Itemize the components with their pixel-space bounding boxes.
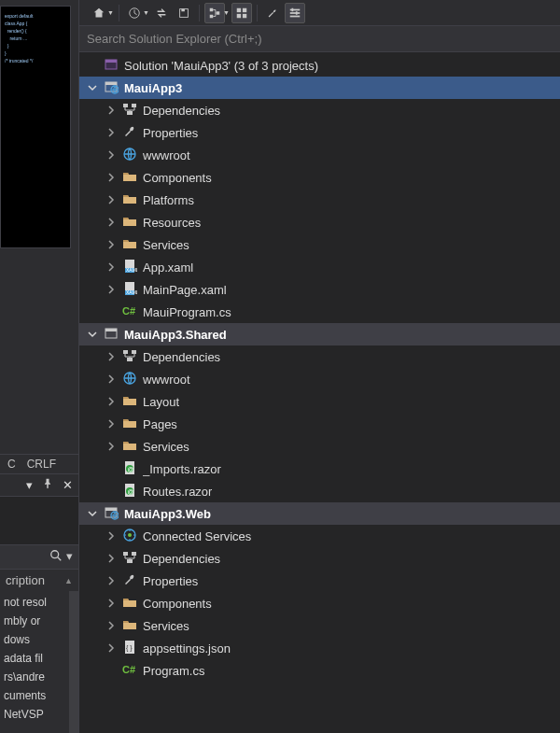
tree-item[interactable]: Components (79, 592, 560, 614)
tree-item[interactable]: Components (79, 166, 560, 189)
dropdown-caret-icon[interactable]: ▼ (143, 9, 149, 16)
chevron-down-icon[interactable] (87, 508, 98, 519)
svg-rect-52 (127, 559, 133, 563)
tree-item[interactable]: wwwroot (79, 368, 560, 390)
chevron-right-icon[interactable] (105, 553, 117, 564)
tree-node-label: Services (143, 619, 189, 633)
tree-item[interactable]: C#Program.cs (79, 659, 560, 682)
chevron-right-icon[interactable] (105, 642, 117, 654)
chevron-up-icon: ▲ (64, 576, 73, 585)
tree-node-label: Routes.razor (143, 485, 212, 499)
svg-rect-20 (105, 82, 117, 85)
svg-text:XAML: XAML (126, 267, 137, 273)
tree-item[interactable]: { }appsettings.json (79, 637, 560, 659)
history-icon[interactable] (124, 3, 145, 23)
close-icon[interactable]: ✕ (63, 478, 73, 492)
dropdown-caret-icon[interactable]: ▾ (26, 478, 33, 492)
chevron-right-icon[interactable] (105, 261, 117, 273)
solution-tree[interactable]: Solution 'MauiApp3' (3 of 3 projects)Mau… (79, 52, 560, 733)
tool-window-search[interactable]: ▾ (0, 544, 78, 569)
solution-root[interactable]: Solution 'MauiApp3' (3 of 3 projects) (79, 54, 560, 77)
chevron-right-icon[interactable] (105, 374, 117, 385)
solution-explorer-search[interactable] (79, 26, 560, 52)
folder-icon (122, 394, 137, 409)
properties-icon[interactable] (285, 3, 305, 23)
chevron-right-icon[interactable] (105, 351, 117, 362)
tree-item[interactable]: Properties (79, 570, 560, 592)
tree-item[interactable]: Platforms (79, 189, 560, 211)
error-line: not resol (0, 593, 69, 612)
svg-point-0 (51, 551, 59, 558)
dropdown-caret-icon[interactable]: ▼ (223, 9, 230, 16)
tree-item[interactable]: Pages (79, 413, 560, 435)
tree-item[interactable]: XAMLMainPage.xaml (79, 278, 560, 301)
svg-rect-8 (237, 7, 241, 11)
save-all-icon[interactable] (174, 3, 194, 23)
tree-node-label: MauiApp3 (124, 81, 182, 95)
svg-rect-35 (123, 350, 128, 354)
search-icon[interactable] (49, 549, 63, 565)
project-node[interactable]: MauiApp3.Web (79, 502, 560, 525)
chevron-right-icon[interactable] (105, 418, 117, 430)
chevron-right-icon[interactable] (105, 620, 117, 631)
column-header-description[interactable]: cription ▲ (0, 569, 78, 591)
chevron-right-icon[interactable] (105, 441, 117, 452)
dropdown-caret-icon[interactable]: ▼ (107, 9, 114, 16)
json-icon: { } (122, 641, 137, 655)
project-node[interactable]: MauiApp3 (79, 77, 560, 99)
chevron-right-icon[interactable] (105, 530, 117, 542)
pin-icon[interactable] (42, 478, 53, 492)
twisty-none (105, 665, 117, 676)
tree-item[interactable]: Services (79, 614, 560, 637)
status-encoding[interactable]: C (4, 457, 20, 472)
twisty-none (105, 486, 117, 497)
status-line-ending[interactable]: CRLF (23, 457, 60, 472)
home-icon[interactable] (89, 3, 109, 23)
tree-item[interactable]: Properties (79, 121, 560, 144)
chevron-right-icon[interactable] (105, 149, 117, 161)
tree-item[interactable]: Dependencies (79, 345, 560, 368)
chevron-right-icon[interactable] (105, 194, 117, 205)
tree-node-label: wwwroot (143, 373, 190, 387)
chevron-right-icon[interactable] (105, 598, 117, 609)
chevron-right-icon[interactable] (105, 217, 117, 228)
collapse-icon[interactable] (231, 3, 252, 23)
wrench-icon[interactable] (262, 3, 283, 23)
svg-rect-51 (132, 552, 136, 556)
error-line: rs\andre (0, 668, 69, 686)
tree-item[interactable]: Dependencies (79, 99, 560, 121)
tree-item[interactable]: @_Imports.razor (79, 458, 560, 480)
chevron-down-icon[interactable]: ▾ (66, 549, 73, 565)
tree-item[interactable]: Services (79, 233, 560, 256)
tree-item[interactable]: wwwroot (79, 144, 560, 166)
svg-line-1 (58, 557, 62, 561)
tree-item[interactable]: @Routes.razor (79, 480, 560, 502)
chevron-right-icon[interactable] (105, 127, 117, 138)
folder-icon (122, 170, 137, 185)
tree-item[interactable]: C#MauiProgram.cs (79, 301, 560, 323)
tree-item[interactable]: Layout (79, 390, 560, 413)
tree-item[interactable]: Connected Services (79, 525, 560, 547)
tree-item[interactable]: Resources (79, 211, 560, 233)
chevron-down-icon[interactable] (87, 329, 98, 340)
sync-icon[interactable] (151, 3, 172, 23)
tree-item[interactable]: XAMLApp.xaml (79, 256, 560, 278)
chevron-right-icon[interactable] (105, 575, 117, 586)
chevron-right-icon[interactable] (105, 396, 117, 407)
tree-node-label: Layout (143, 395, 179, 409)
tree-item[interactable]: Services (79, 435, 560, 458)
tree-view-icon[interactable] (204, 3, 225, 23)
tree-item[interactable]: Dependencies (79, 547, 560, 570)
svg-rect-14 (290, 15, 301, 17)
chevron-right-icon[interactable] (105, 239, 117, 250)
chevron-right-icon[interactable] (105, 105, 117, 116)
search-input[interactable] (85, 31, 554, 47)
cs-icon: C# (122, 663, 137, 678)
chevron-down-icon[interactable] (87, 82, 98, 93)
svg-text:{ }: { } (126, 644, 133, 652)
chevron-right-icon[interactable] (105, 284, 117, 295)
tree-node-label: Platforms (143, 193, 194, 207)
tree-node-label: Components (143, 171, 212, 185)
chevron-right-icon[interactable] (105, 172, 117, 183)
project-node[interactable]: MauiApp3.Shared (79, 323, 560, 345)
